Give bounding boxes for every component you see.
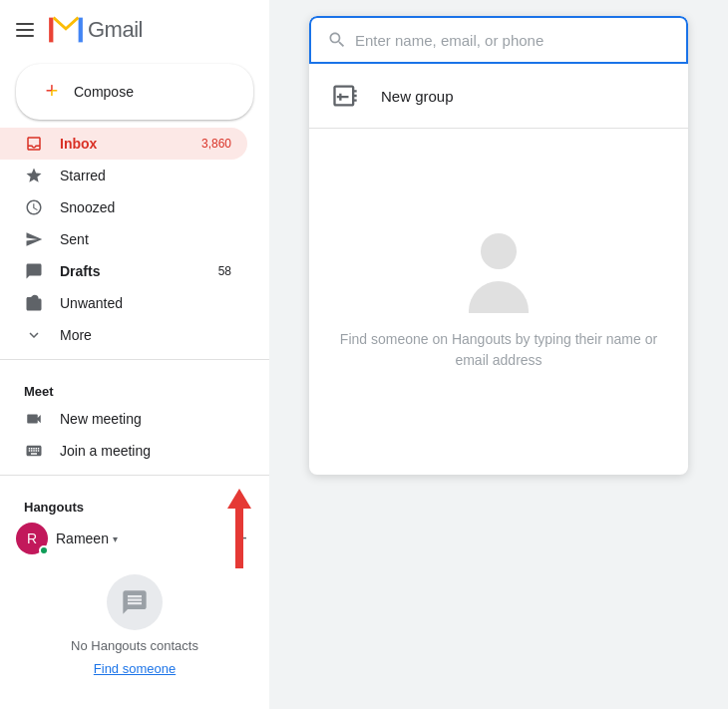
sidebar: Gmail Compose Inbox 3,860 Starred Snooze… (0, 0, 269, 709)
inbox-icon (24, 134, 44, 154)
compose-plus-icon (40, 80, 64, 104)
no-contacts-text: No Hangouts contacts (71, 638, 198, 653)
user-name[interactable]: Rameen ▾ (56, 531, 118, 546)
drafts-icon (24, 261, 44, 281)
chat-bubble-icon (107, 574, 163, 630)
hamburger-menu-button[interactable] (16, 18, 40, 42)
person-body (469, 281, 529, 313)
red-arrow-shaft (235, 509, 243, 568)
join-meeting-label: Join a meeting (60, 443, 151, 459)
more-chevron-icon (24, 325, 44, 345)
no-contacts-area: No Hangouts contacts Find someone (0, 558, 269, 692)
person-placeholder-icon (459, 233, 539, 313)
hangouts-popup: New group Find someone on Hangouts by ty… (309, 16, 688, 475)
video-icon (24, 409, 44, 429)
search-input[interactable] (355, 32, 670, 49)
divider-2 (0, 475, 269, 476)
online-status-dot (39, 545, 49, 555)
drafts-count: 58 (218, 264, 231, 278)
nav-item-snoozed[interactable]: Snoozed (0, 191, 247, 223)
user-initial: R (27, 531, 37, 546)
nav-item-more[interactable]: More (0, 319, 247, 351)
gmail-m-icon (48, 12, 84, 48)
red-arrow-head (227, 489, 251, 509)
nav-item-sent[interactable]: Sent (0, 223, 247, 255)
popup-empty-state: Find someone on Hangouts by typing their… (309, 129, 688, 475)
sent-label: Sent (60, 231, 89, 247)
compose-button[interactable]: Compose (16, 64, 253, 120)
new-group-label: New group (381, 88, 454, 105)
starred-label: Starred (60, 168, 106, 183)
new-group-icon (325, 76, 365, 116)
snooze-icon (24, 197, 44, 217)
gmail-title: Gmail (88, 17, 143, 43)
more-label: More (60, 327, 92, 343)
unwanted-icon (24, 293, 44, 313)
snoozed-label: Snoozed (60, 199, 115, 215)
meet-section-header: Meet (0, 368, 269, 403)
nav-item-unwanted[interactable]: Unwanted (0, 287, 247, 319)
red-arrow-annotation (227, 489, 251, 568)
search-icon (327, 30, 347, 50)
keyboard-icon (24, 441, 44, 461)
sidebar-top: Gmail (0, 8, 269, 60)
sent-icon (24, 229, 44, 249)
gmail-logo: Gmail (48, 12, 143, 48)
svg-rect-5 (78, 18, 83, 43)
svg-rect-4 (49, 18, 54, 43)
user-avatar: R (16, 523, 48, 554)
nav-item-inbox[interactable]: Inbox 3,860 (0, 128, 247, 160)
new-meeting-label: New meeting (60, 411, 142, 427)
star-icon (24, 166, 44, 185)
drafts-label: Drafts (60, 263, 100, 279)
empty-state-text: Find someone on Hangouts by typing their… (333, 329, 664, 371)
unwanted-label: Unwanted (60, 295, 123, 311)
person-head (481, 233, 517, 269)
new-group-item[interactable]: New group (309, 64, 688, 129)
nav-item-new-meeting[interactable]: New meeting (0, 403, 247, 435)
compose-label: Compose (74, 84, 134, 100)
nav-item-join-meeting[interactable]: Join a meeting (0, 435, 247, 467)
nav-item-drafts[interactable]: Drafts 58 (0, 255, 247, 287)
divider-1 (0, 359, 269, 360)
user-name-chevron: ▾ (113, 533, 118, 544)
inbox-count: 3,860 (201, 137, 231, 151)
inbox-label: Inbox (60, 136, 97, 152)
search-bar (309, 16, 688, 64)
right-panel: New group Find someone on Hangouts by ty… (269, 0, 728, 709)
nav-item-starred[interactable]: Starred (0, 160, 247, 191)
find-someone-link[interactable]: Find someone (94, 661, 176, 676)
